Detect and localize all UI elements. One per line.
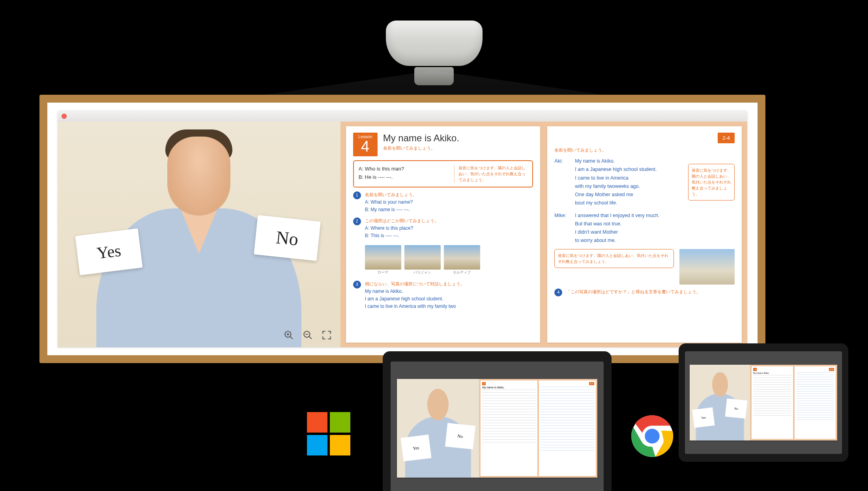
dialogue-line: I am a Japanese high school student.: [575, 165, 683, 174]
teacher-video-pane: Yes No: [58, 122, 340, 347]
svg-point-10: [645, 429, 659, 443]
tablet-screen[interactable]: Yes No 4 My name is Akiko. 2-4: [391, 362, 604, 491]
fullscreen-icon[interactable]: [321, 329, 333, 341]
svg-line-2: [290, 336, 293, 339]
tablet-screen[interactable]: Yes No 4 My name is Akiko. 2-4: [685, 351, 842, 454]
textbook-spread: Lesson 4 My name is Akiko. 名前を聞いてみましょう。 …: [340, 122, 747, 347]
photo-thumbnails: [365, 245, 533, 270]
lesson-subtitle: 名前を聞いてみましょう。: [383, 145, 459, 151]
page-heading: 名前を聞いてみましょう。: [554, 147, 735, 153]
mini-page-badge: 2-4: [829, 368, 834, 371]
qa-box: A: Who is this man? B: He is ---- ---. 発…: [353, 160, 533, 187]
exercise-block-3: 3 例にならい、写真の場所について対話しましょう。 My name is Aki…: [353, 281, 533, 310]
dialogue-line: bout my school life.: [575, 199, 683, 207]
tablet-device-large: Yes No 4 My name is Akiko. 2-4: [383, 351, 612, 491]
dialogue-line: One day Mother asked me: [575, 191, 683, 199]
mini-lesson-number: 4: [482, 382, 486, 385]
dialogue-line: to worry about me.: [575, 236, 735, 245]
textbook-page-right: 2-4 名前を聞いてみましょう。 Aki: My name is Akiko. …: [547, 126, 742, 343]
dialogue-line: My name is Akiko.: [575, 157, 683, 165]
qa-line-a: A: Who is this man?: [359, 165, 449, 173]
flashcard-no: No: [254, 215, 321, 261]
mini-flashcard-yes: Yes: [692, 407, 715, 428]
page-number-badge: 2-4: [718, 133, 735, 143]
dialogue-line: But that was not true.: [575, 220, 735, 228]
lesson-number-badge: Lesson 4: [353, 133, 378, 156]
exercise-line: I am a Japanese high school student.: [365, 295, 533, 303]
projector: [383, 21, 485, 80]
photo-thumb[interactable]: [444, 245, 480, 270]
lesson-header: Lesson 4 My name is Akiko. 名前を聞いてみましょう。: [353, 133, 533, 156]
dialogue-line: I didn't want Mother: [575, 228, 735, 236]
projector-mount: [414, 67, 454, 85]
exercise-line: A: What is your name?: [365, 199, 533, 206]
qa-note: 発音に気をつけます。隣の人と会話しあい、気付いた点をそれぞれ教え合ってみましょう…: [454, 165, 528, 183]
whiteboard: Yes No: [39, 95, 765, 363]
qa-line-b: B: He is ---- ---.: [359, 173, 449, 182]
exercise-line: B: My name is ---- ---.: [365, 206, 533, 214]
exercise-line: I came to live in America with my family…: [365, 303, 533, 310]
exercise-line: My name is Akiko.: [365, 288, 533, 295]
lesson-number: 4: [361, 138, 369, 155]
exercise-instruction: 例にならい、写真の場所について対話しましょう。: [365, 281, 533, 288]
tablet-device-small: Yes No 4 My name is Akiko. 2-4: [679, 343, 848, 462]
flashcard-yes: Yes: [75, 229, 143, 275]
projector-body: [386, 21, 483, 66]
close-window-dot[interactable]: [62, 114, 67, 119]
dialogue-line: I came to live in America: [575, 174, 683, 182]
exercise-number: 3: [353, 281, 361, 289]
exercise-instruction: この場所はどこか聞いてみましょう。: [365, 217, 533, 225]
photo-thumb[interactable]: [404, 245, 441, 270]
mini-app-window: Yes No 4 My name is Akiko. 2-4: [690, 365, 837, 440]
dialogue-mike: Mike: I answered that I enjoyed it very …: [554, 212, 735, 245]
svg-line-6: [309, 336, 312, 339]
photo-large[interactable]: [679, 249, 735, 285]
zoom-out-icon[interactable]: [302, 329, 314, 341]
exercise-number: 2: [353, 217, 361, 225]
dialogue-aki: Aki: My name is Akiko. I am a Japanese h…: [554, 157, 683, 208]
exercise-instruction: 名前を聞いてみましょう。: [365, 191, 533, 199]
mini-lesson-title: My name is Akiko.: [482, 386, 536, 389]
window-titlebar[interactable]: [58, 111, 747, 122]
speaker-name: Aki:: [554, 157, 571, 208]
zoom-controls: [283, 329, 333, 341]
speaker-name: Mike:: [554, 212, 571, 245]
mini-flashcard-no: No: [725, 399, 748, 419]
exercise-number: 4: [554, 289, 562, 296]
microsoft-logo-icon: [307, 412, 350, 455]
mini-flashcard-no: No: [445, 423, 475, 449]
textbook-page-left: Lesson 4 My name is Akiko. 名前を聞いてみましょう。 …: [346, 126, 541, 343]
app-body: Yes No: [58, 122, 747, 347]
exercise-block-2: 2 この場所はどこか聞いてみましょう。 A: Where is this pla…: [353, 217, 533, 240]
chrome-logo-icon: [630, 414, 674, 458]
lesson-title: My name is Akiko.: [383, 133, 459, 144]
exercise-instruction: 「この写真の場所はどですか？」と尋ねる文章を書いてみましょう。: [566, 289, 735, 296]
mini-lesson-title: My name is Akiko.: [753, 372, 791, 374]
exercise-line: B: This is ---- ---.: [365, 232, 533, 240]
dialogue-line: with my family twoweeks ago.: [575, 182, 683, 191]
exercise-block-4: 4 「この写真の場所はどですか？」と尋ねる文章を書いてみましょう。: [554, 289, 735, 296]
photo-thumb[interactable]: [365, 245, 401, 270]
mini-flashcard-yes: Yes: [400, 435, 431, 461]
exercise-number: 1: [353, 191, 361, 199]
mini-lesson-number: 4: [753, 368, 757, 371]
mini-page-badge: 2-4: [589, 382, 594, 385]
dialogue-line: I answered that I enjoyed it very much.: [575, 212, 735, 220]
mini-app-window: Yes No 4 My name is Akiko. 2-4: [397, 379, 597, 478]
teacher-illustration: Yes No: [58, 122, 340, 347]
exercise-line: A: Where is this place?: [365, 225, 533, 232]
exercise-block-1: 1 名前を聞いてみましょう。 A: What is your name? B: …: [353, 191, 533, 214]
zoom-in-icon[interactable]: [283, 329, 295, 341]
app-window: Yes No: [58, 111, 747, 347]
tip-box-1: 発音に気をつけます。隣の人と会話しあい、気付いた点をそれぞれ教え合ってみましょう…: [688, 164, 735, 201]
tip-box-2: 発音に気をつけます。隣の人と会話しあい、気付いた点をそれぞれ教え合ってみましょう…: [554, 249, 674, 268]
